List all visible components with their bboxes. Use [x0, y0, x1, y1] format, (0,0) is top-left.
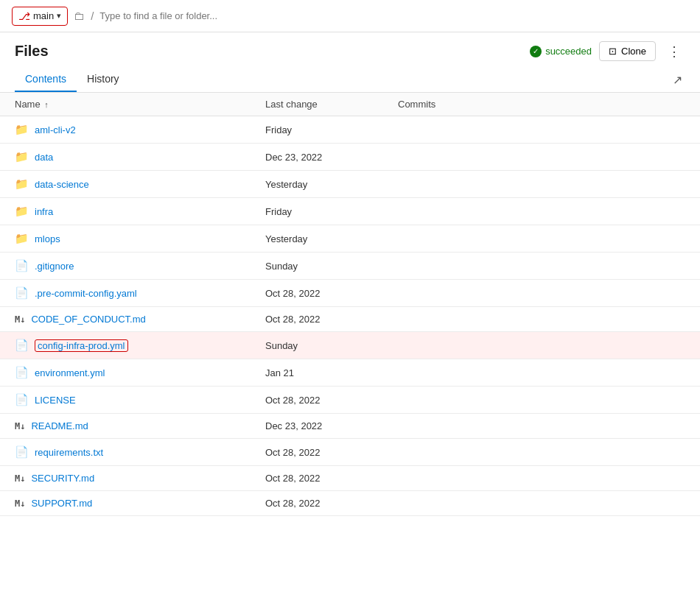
file-table-body: 📁aml-cli-v2Friday📁dataDec 23, 2022📁data-… [0, 116, 700, 516]
table-row[interactable]: 📁infraFriday [0, 198, 700, 225]
last-change-cell: Oct 28, 2022 [251, 491, 383, 516]
file-name-cell[interactable]: 📄requirements.txt [15, 445, 236, 459]
folder-icon: 📁 [15, 123, 29, 136]
table-header-row: Name ↑ Last change Commits [0, 93, 700, 116]
file-name-cell[interactable]: M↓CODE_OF_CONDUCT.md [15, 314, 236, 325]
sort-arrow-icon: ↑ [44, 100, 49, 109]
col-lastchange: Last change [251, 93, 383, 116]
file-name: LICENSE [35, 395, 76, 406]
table-row[interactable]: 📄config-infra-prod.ymlSunday [0, 332, 700, 359]
file-name-cell[interactable]: M↓SUPPORT.md [15, 498, 236, 509]
table-row[interactable]: 📄.gitignoreSunday [0, 253, 700, 280]
file-table: Name ↑ Last change Commits 📁aml-cli-v2Fr… [0, 93, 700, 516]
markdown-icon: M↓ [15, 473, 25, 484]
commits-cell [383, 116, 700, 144]
file-name: config-infra-prod.yml [35, 340, 128, 351]
commits-cell [383, 307, 700, 332]
table-row[interactable]: 📄requirements.txtOct 28, 2022 [0, 439, 700, 466]
col-commits: Commits [383, 93, 700, 116]
tab-contents[interactable]: Contents [15, 67, 77, 92]
file-name: data [35, 152, 53, 163]
folder-icon: 📁 [15, 232, 29, 245]
commits-cell [383, 144, 700, 171]
commits-cell [383, 253, 700, 280]
page-title: Files [15, 43, 49, 60]
page-header: Files ✓ succeeded ⊡ Clone ⋮ [0, 32, 700, 67]
file-name-cell[interactable]: 📄config-infra-prod.yml [15, 339, 236, 352]
last-change-cell: Yesterday [251, 225, 383, 253]
table-row[interactable]: 📁data-scienceYesterday [0, 171, 700, 198]
last-change-cell: Sunday [251, 253, 383, 280]
table-row[interactable]: 📄LICENSEOct 28, 2022 [0, 387, 700, 414]
table-row[interactable]: M↓README.mdDec 23, 2022 [0, 414, 700, 439]
commits-cell [383, 387, 700, 414]
table-row[interactable]: 📄environment.ymlJan 21 [0, 359, 700, 387]
file-name: CODE_OF_CONDUCT.md [31, 314, 145, 325]
last-change-cell: Oct 28, 2022 [251, 439, 383, 466]
clone-icon: ⊡ [609, 46, 617, 57]
last-change-cell: Jan 21 [251, 359, 383, 387]
folder-icon: 📁 [15, 150, 29, 163]
commits-cell [383, 491, 700, 516]
markdown-icon: M↓ [15, 421, 25, 431]
file-name-cell[interactable]: 📄.gitignore [15, 259, 236, 272]
table-row[interactable]: 📄.pre-commit-config.yamlOct 28, 2022 [0, 280, 700, 307]
last-change-cell: Oct 28, 2022 [251, 387, 383, 414]
file-name-cell[interactable]: 📁aml-cli-v2 [15, 123, 236, 136]
last-change-cell: Oct 28, 2022 [251, 280, 383, 307]
path-search-input[interactable] [99, 10, 688, 21]
file-icon: 📄 [15, 339, 29, 352]
file-name-cell[interactable]: 📁data [15, 150, 236, 163]
branch-chevron-icon: ▾ [57, 11, 61, 21]
more-options-button[interactable]: ⋮ [663, 42, 685, 61]
file-name: data-science [35, 179, 89, 190]
branch-selector[interactable]: ⎇ main ▾ [12, 7, 68, 26]
table-row[interactable]: 📁mlopsYesterday [0, 225, 700, 253]
status-text: succeeded [545, 46, 592, 57]
status-dot-icon: ✓ [530, 46, 542, 57]
table-row[interactable]: M↓CODE_OF_CONDUCT.mdOct 28, 2022 [0, 307, 700, 332]
clone-label: Clone [621, 46, 646, 57]
file-name: .pre-commit-config.yaml [35, 288, 137, 299]
table-row[interactable]: M↓SECURITY.mdOct 28, 2022 [0, 466, 700, 491]
file-name: .gitignore [35, 261, 74, 272]
file-icon: 📄 [15, 445, 29, 459]
last-change-cell: Yesterday [251, 171, 383, 198]
file-icon: 📄 [15, 286, 29, 300]
tabs-left: Contents History [15, 67, 130, 92]
top-bar: ⎇ main ▾ 🗀 / [0, 0, 700, 32]
clone-button[interactable]: ⊡ Clone [599, 41, 656, 61]
last-change-cell: Oct 28, 2022 [251, 466, 383, 491]
last-change-cell: Friday [251, 116, 383, 144]
last-change-cell: Dec 23, 2022 [251, 144, 383, 171]
col-name: Name ↑ [0, 93, 251, 116]
commits-cell [383, 332, 700, 359]
file-name: environment.yml [35, 367, 105, 378]
table-row[interactable]: M↓SUPPORT.mdOct 28, 2022 [0, 491, 700, 516]
last-change-cell: Dec 23, 2022 [251, 414, 383, 439]
file-name-cell[interactable]: 📁mlops [15, 232, 236, 245]
expand-icon[interactable]: ↗ [670, 70, 685, 90]
file-name-cell[interactable]: M↓README.md [15, 420, 236, 431]
markdown-icon: M↓ [15, 498, 25, 509]
file-name-cell[interactable]: 📄environment.yml [15, 366, 236, 379]
file-name-cell[interactable]: 📄LICENSE [15, 393, 236, 406]
file-name: requirements.txt [35, 447, 103, 458]
file-name: SECURITY.md [31, 473, 94, 484]
folder-path-icon: 🗀 [74, 10, 85, 22]
file-name: SUPPORT.md [31, 498, 92, 509]
commits-cell [383, 414, 700, 439]
commits-cell [383, 359, 700, 387]
file-icon: 📄 [15, 366, 29, 379]
file-name-cell[interactable]: 📁infra [15, 205, 236, 218]
file-icon: 📄 [15, 393, 29, 406]
file-name-cell[interactable]: M↓SECURITY.md [15, 473, 236, 484]
file-name-cell[interactable]: 📄.pre-commit-config.yaml [15, 286, 236, 300]
tabs-bar: Contents History ↗ [0, 67, 700, 93]
table-row[interactable]: 📁dataDec 23, 2022 [0, 144, 700, 171]
file-name: mlops [35, 233, 60, 244]
commits-cell [383, 198, 700, 225]
file-name-cell[interactable]: 📁data-science [15, 177, 236, 191]
tab-history[interactable]: History [77, 67, 130, 92]
table-row[interactable]: 📁aml-cli-v2Friday [0, 116, 700, 144]
